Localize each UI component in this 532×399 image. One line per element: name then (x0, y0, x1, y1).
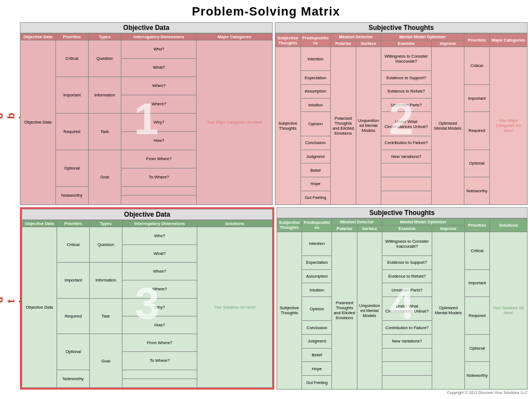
q4-exam-8 (382, 348, 432, 362)
q1-pri-optional: Optional (55, 150, 88, 186)
q2-exam-10 (381, 191, 432, 204)
q1-dim-when: When? (121, 76, 197, 95)
q2-pred-opinion: Opinion (300, 112, 331, 136)
q1-note: Your Major Categories Go Here! (207, 120, 262, 124)
q2-st-cell: Subjective Thoughts (275, 47, 301, 205)
q1-dim-who: Who? (121, 40, 197, 59)
q2-pred-intention: Intention (300, 47, 331, 71)
q2-col-imp: Improve (432, 40, 464, 47)
q4-pred-intention: Intention (302, 232, 332, 255)
q4-col-surf: Surface (357, 225, 382, 232)
q1-col-pri: Priorities (55, 34, 88, 40)
q1-section-header: Objective Data (20, 22, 273, 33)
q1-col-types: Types (88, 34, 121, 40)
main-container: Problem Objective Data 1 Objective (4, 22, 528, 390)
q3-dim-what: What? (122, 244, 197, 262)
q1-pri-notew: Noteworthy (55, 186, 88, 204)
q2-pred-hope: Hope (300, 177, 331, 191)
q2-pred-intuition: Intuition (300, 98, 331, 112)
q3-dim-blank1 (122, 370, 197, 378)
q4-imp-cell: Optimized Mental Models (432, 232, 465, 390)
q1-col-cat: Major Categories (197, 34, 273, 40)
q4-pri-required: Required (464, 296, 489, 334)
q4-pred-conclusion: Conclusion (302, 321, 332, 335)
q2-pri-notew: Noteworthy (464, 177, 490, 204)
q4-exam-9 (382, 362, 432, 376)
q2-pri-critical: Critical (464, 47, 490, 85)
q4-col-mmo: Mental Model Optimizer (382, 218, 464, 225)
q1-col-obj: Objective Data (21, 34, 56, 40)
q1-inner: 1 Objective Data Priorities Types (20, 33, 273, 205)
q3-type-goal: Goal (90, 334, 122, 388)
q1-type-question: Question (88, 40, 121, 77)
q4-sol-cell: Your Solutions Go Here! (490, 232, 528, 390)
q2-exam-9 (381, 177, 432, 191)
q2-note: Your Major Categories Go Here! (496, 119, 521, 133)
q1-dim-why: Why? (121, 113, 197, 131)
q4-note: Your Solutions Go Here! (493, 306, 524, 315)
q4-exam-4: Uncertain Parts? (382, 283, 432, 297)
q1-dim-blank1 (121, 186, 197, 195)
q2-exam-1: Willingness to Consider Inaccurate? (381, 47, 432, 71)
q3-dim-fromwhere: From Where? (122, 334, 197, 352)
q2-pred-expectation: Expectation (300, 71, 331, 85)
q2-exam-4: Uncertain Parts? (381, 98, 432, 112)
q3-sol-cell: Your Solutions Go Here! (197, 227, 273, 388)
q4-col-pri: Priorities (464, 218, 489, 232)
q3-dim-when: When? (122, 263, 197, 280)
q3-dim-why: Why? (122, 298, 197, 316)
q3-type-info: Information (90, 263, 122, 299)
problem-row: Problem Objective Data 1 Objective (4, 22, 528, 205)
q1-type-goal: Goal (88, 150, 121, 204)
q4-col-md: Mindset Detector (332, 218, 382, 225)
q1-dim-blank2 (121, 195, 197, 204)
q2-exam-5: Under What Circumstances Untrue? (381, 112, 432, 136)
q4-exam-2: Evidence to Support? (382, 255, 432, 269)
q3-note: Your Solutions Go Here! (214, 305, 256, 309)
q4-pred-assumption: Assumption (302, 269, 332, 283)
q3-dim-blank2 (122, 378, 197, 387)
page-title: Problem-Solving Matrix (192, 4, 340, 19)
q3-pri-critical: Critical (57, 227, 90, 263)
solutions-label: Solutions (4, 207, 18, 390)
q3-dim-how: How? (122, 316, 197, 334)
q2-pred-belief: Belief (300, 163, 331, 177)
q4-surf-cell: Unquestioned Mental Models (357, 232, 382, 390)
q4-pred-intuition: Intuition (302, 283, 332, 297)
q2-col-exam: Examine (381, 40, 432, 47)
q4-pred-belief: Belief (302, 348, 332, 362)
q2-exam-8 (381, 163, 432, 177)
quadrant3: Objective Data 3 Objective Data Prior (20, 207, 274, 390)
q4-col-sol: Solutions (490, 218, 528, 232)
q2-col-pol: Polarize (331, 40, 356, 47)
q2-pred-conclusion: Conclusion (300, 136, 331, 150)
q3-col-pri: Priorities (57, 220, 90, 227)
q3-dim-who: Who? (122, 227, 197, 244)
q4-pred-expectation: Expectation (302, 255, 332, 269)
q4-section-header: Subjective Thoughts (277, 207, 528, 218)
q4-exam-1: Willingness to Consider Inaccurate? (382, 232, 432, 255)
q2-exam-3: Evidence to Refute? (381, 85, 432, 99)
q1-type-task: Task (88, 113, 121, 150)
q4-col-exam: Examine (382, 225, 432, 232)
q2-col-mmo: Mental Model Optimizer (381, 34, 464, 40)
quadrant4: Subjective Thoughts 4 (277, 207, 528, 390)
q3-dim-towhere: To Where? (122, 352, 197, 370)
q2-pred-assumption: Assumption (300, 85, 331, 99)
q1-dim-fromwhere: From Where? (121, 150, 197, 168)
q2-cat-cell: Your Major Categories Go Here! (489, 47, 527, 205)
q2-col-md: Mindset Detector (331, 34, 381, 40)
q2-inner: 2 Subjective Thoughts (275, 33, 528, 205)
q3-col-dim: Interrogatory Dimensions (122, 220, 197, 227)
q4-st-cell: Subjective Thoughts (277, 232, 302, 390)
q4-inner: 4 Subjective Thoughts (277, 218, 528, 390)
q4-exam-10 (382, 376, 432, 390)
q2-pri-optional: Optional (464, 150, 490, 177)
q4-exam-6: Contribution to Failure? (382, 321, 432, 335)
q1-pri-critical: Critical (55, 40, 88, 77)
q4-pri-notew: Noteworthy (464, 362, 489, 390)
q4-col-pol: Polarize (332, 225, 357, 232)
q1-dim-how: How? (121, 131, 197, 150)
q3-section-header: Objective Data (22, 209, 273, 220)
q2-exam-2: Evidence to Support? (381, 71, 432, 85)
